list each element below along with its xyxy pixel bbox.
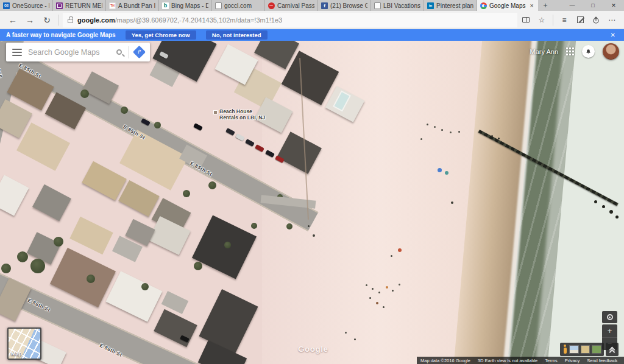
search-icon[interactable] <box>116 49 122 55</box>
carnival-icon <box>268 2 275 9</box>
close-promo-icon[interactable]: ✕ <box>608 32 618 38</box>
window-close-button[interactable]: ✕ <box>603 0 624 11</box>
hub-icon[interactable]: ≡ <box>557 13 572 27</box>
tab-facebook-browse[interactable]: f (21) Browse Grou <box>318 0 371 11</box>
beach-feature-dot <box>378 292 380 293</box>
tab-goccl[interactable]: goccl.com <box>212 0 265 11</box>
directions-icon[interactable]: ↱ <box>133 46 146 58</box>
beach-feature-dot <box>498 138 500 139</box>
facebook-icon: f <box>321 2 328 9</box>
not-interested-button[interactable]: No, not interested <box>206 30 268 40</box>
beach-feature-dot <box>399 284 400 285</box>
back-icon[interactable]: ← <box>5 13 21 27</box>
url-path: /maps/@39.6069702,-74.2041435,102m/data=… <box>115 16 282 24</box>
tab-title: RETURN MERCHA <box>65 2 102 9</box>
beach-feature-dot <box>383 306 385 308</box>
forward-icon[interactable]: → <box>22 13 38 27</box>
linkedin-icon: in <box>427 2 434 9</box>
more-menu-icon[interactable]: ⋯ <box>604 13 619 27</box>
beach-feature-dot <box>354 338 356 340</box>
divider <box>58 15 59 26</box>
tab-onesource[interactable]: OS OneSource - Prim <box>0 0 53 11</box>
google-apps-icon[interactable] <box>566 47 574 55</box>
beach-feature-dot <box>391 255 392 257</box>
terms-link[interactable]: Terms <box>545 358 557 363</box>
bell-glyph <box>585 48 592 55</box>
tree <box>183 190 190 197</box>
url-field[interactable]: google.com/maps/@39.6069702,-74.2041435,… <box>63 13 517 27</box>
map-data-credit: Map data ©2016 Google <box>420 358 470 363</box>
privacy-link[interactable]: Privacy <box>565 358 580 363</box>
onesource-icon: OS <box>3 2 10 9</box>
tab-title: OneSource - Prim <box>12 2 49 9</box>
poi-beach-house[interactable]: Beach House Rentals on LBI, NJ <box>213 109 265 121</box>
page-icon <box>215 2 222 9</box>
close-tab-icon[interactable]: ✕ <box>528 3 535 9</box>
tree <box>286 223 292 229</box>
tab-google-maps-active[interactable]: Google Maps ✕ <box>477 0 538 11</box>
get-chrome-button[interactable]: Yes, get Chrome now <box>126 30 196 40</box>
tree <box>87 275 95 283</box>
beach-feature-dot <box>345 332 347 334</box>
my-location-button[interactable] <box>602 311 617 323</box>
house-roof <box>82 161 127 200</box>
earth-view-notice: 3D Earth view is not available <box>478 358 537 363</box>
map-mode-toggle[interactable]: Map <box>7 327 41 360</box>
beach-feature-dot <box>609 210 613 214</box>
beach-feature-dot <box>615 215 619 219</box>
tab-pinterest-planning[interactable]: in Pinterest planning <box>424 0 477 11</box>
notifications-bell-icon[interactable] <box>582 45 595 58</box>
lock-icon <box>68 19 73 23</box>
pen-glyph <box>577 16 584 23</box>
window-minimize-button[interactable]: — <box>562 0 583 11</box>
browser-tab-strip: OS OneSource - Prim RETURN MERCHA TH A B… <box>0 0 624 11</box>
tab-carnival[interactable]: Carnival Passport <box>265 0 318 11</box>
beach-feature-dot <box>308 225 310 227</box>
poi-line1: Beach House <box>219 108 252 114</box>
tab-return-merchandise[interactable]: RETURN MERCHA <box>53 0 106 11</box>
house-roof <box>192 215 257 279</box>
sand-lot <box>69 217 113 254</box>
tab-bundt-pan[interactable]: TH A Bundt Pan Isn't <box>106 0 159 11</box>
beach-feature-dot <box>434 126 436 128</box>
beach-feature-dot <box>366 284 367 286</box>
beach-feature-dot <box>458 131 460 133</box>
parked-car <box>235 133 245 141</box>
tab-lbi-vacations[interactable]: LBI Vacations & B <box>371 0 424 11</box>
search-input[interactable] <box>28 48 110 57</box>
beach-feature-dot <box>484 133 486 135</box>
new-tab-button[interactable]: + <box>538 0 553 11</box>
parked-car <box>193 123 203 131</box>
beach-feature-dot <box>427 124 428 125</box>
house-roof <box>118 180 159 217</box>
pegman-icon[interactable] <box>562 345 567 354</box>
refresh-icon[interactable]: ↻ <box>39 13 55 27</box>
tab-title: A Bundt Pan Isn't <box>118 2 155 9</box>
beach-feature-dot <box>386 286 388 289</box>
reading-view-icon[interactable] <box>519 13 533 27</box>
imagery-thumbnail-terrain[interactable] <box>581 345 590 354</box>
menu-icon[interactable] <box>12 49 22 56</box>
bing-icon: b <box>162 2 169 9</box>
favorite-star-icon[interactable]: ☆ <box>534 13 549 27</box>
user-avatar[interactable] <box>603 43 619 60</box>
tab-bing-maps[interactable]: b Bing Maps - Direc <box>159 0 212 11</box>
tree <box>251 223 257 229</box>
send-feedback-link[interactable]: Send feedback <box>587 358 617 363</box>
tab-title: Bing Maps - Direc <box>171 2 208 9</box>
imagery-thumbnail-streetview[interactable] <box>592 345 601 354</box>
house-roof <box>32 184 71 222</box>
tree <box>80 89 89 98</box>
zoom-in-button[interactable]: + <box>602 324 617 338</box>
window-maximize-button[interactable]: □ <box>583 0 603 11</box>
tree <box>141 283 149 290</box>
imagery-thumbnail-photos[interactable] <box>569 345 579 354</box>
chrome-promo-bar: A faster way to navigate Google Maps Yes… <box>0 29 624 41</box>
tab-title: goccl.com <box>224 2 261 9</box>
web-note-icon[interactable] <box>573 13 587 27</box>
share-icon[interactable] <box>589 13 603 27</box>
tabstrip-spacer <box>553 0 562 11</box>
collapse-imagery-button[interactable] <box>606 343 619 356</box>
map-surface[interactable]: E 85th St E 85th St E 85th St E 86th St … <box>0 41 624 364</box>
tree <box>154 122 161 128</box>
